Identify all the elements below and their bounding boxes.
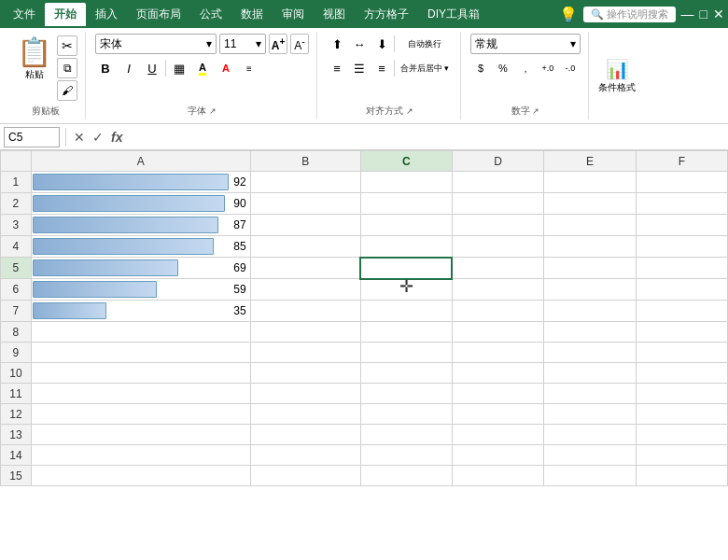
cell-F11[interactable] <box>636 384 727 404</box>
font-color-button[interactable]: A <box>216 58 236 78</box>
cell-D14[interactable] <box>452 445 543 466</box>
row-header-6[interactable]: 6 <box>1 279 32 301</box>
tab-data[interactable]: 数据 <box>231 3 273 26</box>
cell-C4[interactable] <box>360 236 452 258</box>
cell-B7[interactable] <box>250 301 360 322</box>
formula-input[interactable] <box>128 127 724 147</box>
cell-B6[interactable] <box>250 279 360 301</box>
tab-home[interactable]: 开始 <box>45 3 86 26</box>
cell-F9[interactable] <box>636 343 727 363</box>
font-size-selector[interactable]: 11 ▾ <box>219 34 266 54</box>
cell-D4[interactable] <box>452 236 543 258</box>
cell-F7[interactable] <box>636 301 727 322</box>
cell-A8[interactable] <box>31 322 250 343</box>
cell-D12[interactable] <box>452 404 543 425</box>
cell-B11[interactable] <box>250 384 360 404</box>
cell-D13[interactable] <box>452 425 543 445</box>
tab-ffgz[interactable]: 方方格子 <box>355 3 418 26</box>
cell-B8[interactable] <box>250 322 360 343</box>
cell-C7[interactable] <box>360 301 452 322</box>
cell-C3[interactable] <box>360 215 452 236</box>
row-header-5[interactable]: 5 <box>1 258 32 279</box>
cell-F12[interactable] <box>636 404 727 425</box>
cell-A14[interactable] <box>31 445 250 466</box>
cell-C11[interactable] <box>360 384 452 404</box>
font-increase-button[interactable]: A+ <box>269 34 287 54</box>
col-header-E[interactable]: E <box>544 151 636 172</box>
cell-D9[interactable] <box>452 343 543 363</box>
cell-D7[interactable] <box>452 301 543 322</box>
cell-C13[interactable] <box>360 425 452 445</box>
col-header-D[interactable]: D <box>452 151 543 172</box>
fx-icon[interactable]: fx <box>109 130 124 145</box>
cell-F10[interactable] <box>636 363 727 384</box>
cell-E3[interactable] <box>544 215 636 236</box>
cell-D5[interactable] <box>452 258 543 279</box>
cell-D2[interactable] <box>452 193 543 215</box>
cell-F4[interactable] <box>636 236 727 258</box>
row-header-4[interactable]: 4 <box>1 236 32 258</box>
cell-D3[interactable] <box>452 215 543 236</box>
tab-review[interactable]: 审阅 <box>273 3 314 26</box>
cell-C1[interactable] <box>360 172 452 193</box>
fill-color-button[interactable]: A <box>192 58 213 78</box>
cell-C12[interactable] <box>360 404 452 425</box>
cell-C6[interactable] <box>360 279 452 301</box>
cell-A10[interactable] <box>31 363 250 384</box>
bold-button[interactable]: B <box>95 58 116 78</box>
tab-file[interactable]: 文件 <box>4 3 45 26</box>
cell-A5[interactable]: 69 <box>31 258 250 279</box>
cell-E6[interactable] <box>544 279 636 301</box>
cell-B9[interactable] <box>250 343 360 363</box>
row-header-8[interactable]: 8 <box>1 322 32 343</box>
cell-B1[interactable] <box>250 172 360 193</box>
tab-view[interactable]: 视图 <box>314 3 355 26</box>
cell-E4[interactable] <box>544 236 636 258</box>
cell-D10[interactable] <box>452 363 543 384</box>
cell-F2[interactable] <box>636 193 727 215</box>
row-header-1[interactable]: 1 <box>1 172 32 193</box>
cell-F6[interactable] <box>636 279 727 301</box>
cell-E9[interactable] <box>544 343 636 363</box>
align-left-button[interactable]: ≡ <box>327 58 347 78</box>
row-header-7[interactable]: 7 <box>1 301 32 322</box>
cell-E7[interactable] <box>544 301 636 322</box>
cell-C8[interactable] <box>360 322 452 343</box>
cell-E1[interactable] <box>544 172 636 193</box>
row-header-15[interactable]: 15 <box>1 466 32 486</box>
conditional-format-label[interactable]: 条件格式 <box>598 82 636 93</box>
cell-A1[interactable]: 92 <box>31 172 250 193</box>
cell-E12[interactable] <box>544 404 636 425</box>
cell-A3[interactable]: 87 <box>31 215 250 236</box>
copy-button[interactable]: ⧉ <box>57 58 77 78</box>
cell-F15[interactable] <box>636 466 727 486</box>
cell-C5[interactable]: ✛ <box>360 258 452 279</box>
dollar-button[interactable]: $ <box>470 58 491 78</box>
tab-formula[interactable]: 公式 <box>190 3 231 26</box>
cell-A11[interactable] <box>31 384 250 404</box>
row-header-10[interactable]: 10 <box>1 363 32 384</box>
cell-B3[interactable] <box>250 215 360 236</box>
close-icon[interactable]: ✕ <box>713 7 724 21</box>
row-header-3[interactable]: 3 <box>1 215 32 236</box>
cut-button[interactable]: ✂ <box>57 35 77 56</box>
underline-button[interactable]: U <box>142 58 162 78</box>
cell-B13[interactable] <box>250 425 360 445</box>
cell-A7[interactable]: 35 <box>31 301 250 322</box>
cell-D15[interactable] <box>452 466 543 486</box>
comma-button[interactable]: , <box>515 58 536 78</box>
font-name-selector[interactable]: 宋体 ▾ <box>95 34 217 54</box>
font-decrease-button[interactable]: A- <box>290 34 309 54</box>
cell-D1[interactable] <box>452 172 543 193</box>
row-header-12[interactable]: 12 <box>1 404 32 425</box>
align-middle-button[interactable]: ↔ <box>349 34 370 54</box>
cell-F5[interactable] <box>636 258 727 279</box>
cell-A6[interactable]: 59 <box>31 279 250 301</box>
row-header-13[interactable]: 13 <box>1 425 32 445</box>
cell-A13[interactable] <box>31 425 250 445</box>
cell-F14[interactable] <box>636 445 727 466</box>
align-bottom-button[interactable]: ⬇ <box>371 34 392 54</box>
cell-A2[interactable]: 90 <box>31 193 250 215</box>
cell-C14[interactable] <box>360 445 452 466</box>
cell-E15[interactable] <box>544 466 636 486</box>
